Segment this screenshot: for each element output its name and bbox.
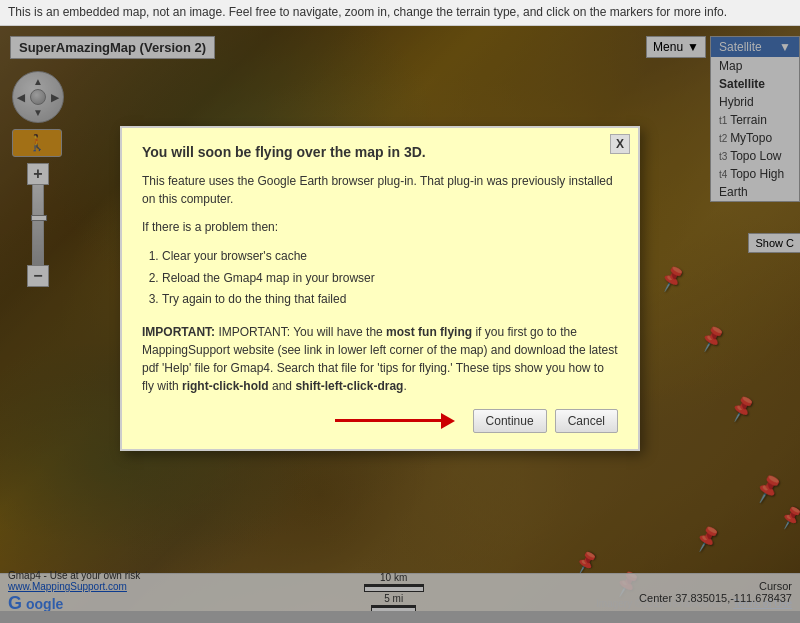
- arrow-graphic: [142, 411, 465, 431]
- red-arrow: [335, 411, 455, 431]
- continue-button[interactable]: Continue: [473, 409, 547, 433]
- arrow-head: [441, 413, 455, 429]
- modal-close-button[interactable]: X: [610, 134, 630, 154]
- modal-step-1: Clear your browser's cache: [162, 246, 618, 268]
- important-text1: IMPORTANT: You will have the: [218, 325, 386, 339]
- right-click-hold: right-click-hold: [182, 379, 269, 393]
- modal-overlay: X You will soon be flying over the map i…: [0, 26, 800, 611]
- and-text: and: [269, 379, 296, 393]
- modal-step-2: Reload the Gmap4 map in your browser: [162, 268, 618, 290]
- important-label: IMPORTANT:: [142, 325, 215, 339]
- shift-left-click: shift-left-click-drag: [295, 379, 403, 393]
- info-text: This is an embedded map, not an image. F…: [8, 5, 727, 19]
- map-container[interactable]: SuperAmazingMap (Version 2) Menu ▼ Satel…: [0, 26, 800, 611]
- period: .: [403, 379, 406, 393]
- modal-dialog: X You will soon be flying over the map i…: [120, 126, 640, 451]
- cancel-button[interactable]: Cancel: [555, 409, 618, 433]
- modal-problem-text: If there is a problem then:: [142, 218, 618, 236]
- modal-para1: This feature uses the Google Earth brows…: [142, 172, 618, 208]
- arrow-line: [335, 419, 441, 422]
- modal-step-3: Try again to do the thing that failed: [162, 289, 618, 311]
- modal-button-row: Continue Cancel: [142, 409, 618, 433]
- important-bold: most fun flying: [386, 325, 472, 339]
- info-bar: This is an embedded map, not an image. F…: [0, 0, 800, 26]
- modal-steps: Clear your browser's cache Reload the Gm…: [162, 246, 618, 311]
- modal-title: You will soon be flying over the map in …: [142, 144, 618, 160]
- modal-important: IMPORTANT: IMPORTANT: You will have the …: [142, 323, 618, 395]
